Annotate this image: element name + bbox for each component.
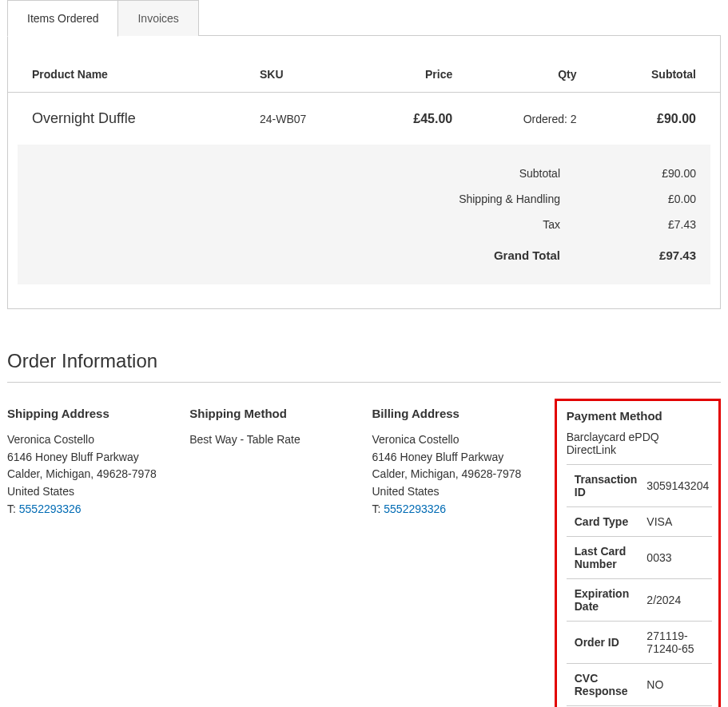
tab-items-ordered[interactable]: Items Ordered — [7, 0, 118, 37]
last-card-label: Last Card Number — [567, 537, 644, 579]
billing-country: United States — [372, 483, 539, 501]
card-type-value: VISA — [643, 507, 712, 537]
cell-sku: 24-WB07 — [250, 93, 363, 145]
shipping-country: United States — [7, 483, 173, 501]
order-id-value: 271119-71240-65 — [643, 622, 712, 664]
th-price: Price — [363, 60, 463, 93]
last-card-value: 0033 — [643, 537, 712, 579]
table-row: Overnight Duffle 24-WB07 £45.00 Ordered:… — [8, 93, 720, 145]
cell-subtotal: £90.00 — [587, 93, 720, 145]
subtotal-label: Subtotal — [32, 161, 608, 186]
expiration-label: Expiration Date — [567, 579, 644, 622]
cell-qty: Ordered: 2 — [462, 93, 586, 145]
billing-phone-line: T: 5552293326 — [372, 501, 539, 518]
shipping-method-title: Shipping Method — [189, 407, 356, 420]
shipping-phone-link[interactable]: 5552293326 — [19, 502, 82, 515]
billing-address-title: Billing Address — [372, 407, 539, 420]
billing-name: Veronica Costello — [372, 431, 539, 449]
shipping-address-block: Shipping Address Veronica Costello 6146 … — [7, 407, 173, 518]
tax-value: £7.43 — [608, 212, 696, 237]
cvc-response-label: CVC Response — [567, 664, 644, 706]
billing-address-block: Billing Address Veronica Costello 6146 H… — [372, 407, 539, 518]
billing-city: Calder, Michigan, 49628-7978 — [372, 466, 539, 483]
payment-method-title: Payment Method — [567, 409, 709, 423]
th-sku: SKU — [250, 60, 363, 93]
divider — [7, 382, 721, 383]
payment-details-table: Transaction ID 3059143204 Card Type VISA… — [567, 464, 712, 707]
order-totals: Subtotal £90.00 Shipping & Handling £0.0… — [18, 145, 710, 284]
payment-method-highlight: Payment Method Barclaycard ePDQ DirectLi… — [555, 399, 721, 707]
transaction-id-value: 3059143204 — [643, 465, 712, 507]
grand-total-value: £97.43 — [608, 237, 696, 268]
shipping-method-block: Shipping Method Best Way - Table Rate — [189, 407, 356, 449]
grand-total-label: Grand Total — [32, 237, 608, 268]
cell-product: Overnight Duffle — [8, 93, 250, 145]
cell-price: £45.00 — [363, 93, 463, 145]
items-table: Product Name SKU Price Qty Subtotal Over… — [8, 60, 720, 145]
shipping-address-title: Shipping Address — [7, 407, 173, 420]
tax-label: Tax — [32, 212, 608, 237]
payment-method-block: Payment Method Barclaycard ePDQ DirectLi… — [555, 407, 721, 707]
tab-invoices[interactable]: Invoices — [118, 0, 198, 36]
billing-phone-link[interactable]: 5552293326 — [384, 502, 446, 515]
shipping-method-value: Best Way - Table Rate — [189, 431, 356, 449]
items-ordered-panel: Product Name SKU Price Qty Subtotal Over… — [7, 35, 721, 309]
shipping-street: 6146 Honey Bluff Parkway — [7, 449, 173, 467]
expiration-value: 2/2024 — [643, 579, 712, 622]
phone-prefix: T: — [372, 502, 384, 515]
th-subtotal: Subtotal — [587, 60, 720, 93]
shipping-label: Shipping & Handling — [32, 186, 608, 212]
order-information-title: Order Information — [7, 350, 721, 372]
cvc-response-value: NO — [643, 664, 712, 706]
phone-prefix: T: — [7, 502, 19, 515]
card-type-label: Card Type — [567, 507, 644, 537]
payment-gateway-name: Barclaycard ePDQ DirectLink — [567, 431, 709, 456]
shipping-phone-line: T: 5552293326 — [7, 501, 173, 518]
shipping-value: £0.00 — [608, 186, 696, 212]
order-id-label: Order ID — [567, 622, 644, 664]
tabs: Items Ordered Invoices — [7, 0, 721, 36]
transaction-id-label: Transaction ID — [567, 465, 644, 507]
th-qty: Qty — [462, 60, 586, 93]
shipping-name: Veronica Costello — [7, 431, 173, 449]
th-product: Product Name — [8, 60, 250, 93]
shipping-city: Calder, Michigan, 49628-7978 — [7, 466, 173, 483]
subtotal-value: £90.00 — [608, 161, 696, 186]
billing-street: 6146 Honey Bluff Parkway — [372, 449, 539, 467]
